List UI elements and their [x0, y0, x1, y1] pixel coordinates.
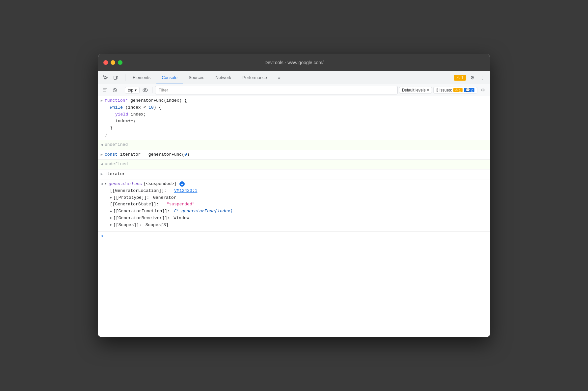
console-entry-undefined-1: ◀ undefined: [98, 140, 490, 150]
console-entry-function-def: ▶ function* generatorFunc(index) { while…: [98, 96, 490, 140]
default-levels-button[interactable]: Default levels ▾: [399, 87, 432, 93]
warn-badge: ⚠ 1: [453, 88, 463, 92]
console-settings-icon[interactable]: ⚙: [479, 86, 487, 94]
output-arrow-2: ◀: [99, 162, 104, 168]
svg-line-0: [106, 78, 107, 79]
expand-toggle-3[interactable]: ▶: [99, 152, 104, 158]
entry-content-3: const iterator = generatorFunc(0): [105, 151, 487, 158]
generator-func-expand[interactable]: ▶: [110, 209, 112, 214]
input-prompt: >: [101, 233, 103, 240]
svg-line-7: [114, 89, 116, 91]
devtools-window: DevTools - www.google.com/ Elements Con: [98, 54, 490, 337]
clear-console-icon[interactable]: [101, 86, 109, 94]
clear-filter-icon[interactable]: [111, 86, 119, 94]
filter-input[interactable]: [155, 86, 398, 94]
maximize-button[interactable]: [118, 60, 122, 65]
context-selector[interactable]: top ▾: [125, 87, 140, 93]
svg-rect-5: [103, 91, 106, 91]
svg-rect-3: [103, 89, 107, 89]
device-toolbar-icon[interactable]: [111, 73, 120, 82]
svg-point-8: [143, 89, 147, 92]
entry-content-6: ▼ generatorFunc {<suspended>} i [[Genera…: [105, 181, 487, 229]
console-entry-iterator: ▶ iterator: [98, 169, 490, 179]
issues-badge[interactable]: ⚠ 1: [454, 75, 466, 81]
svg-rect-2: [117, 77, 118, 79]
toolbar-divider-1: [122, 87, 122, 93]
tab-bar: Elements Console Sources Network Perform…: [98, 71, 490, 84]
tab-divider: [125, 74, 125, 81]
tab-sources[interactable]: Sources: [183, 71, 210, 84]
issues-count-bar[interactable]: 3 Issues: ⚠ 1 💬 2: [433, 87, 477, 93]
console-content: ▶ function* generatorFunc(index) { while…: [98, 96, 490, 337]
prototype-expand[interactable]: ▶: [110, 195, 112, 200]
svg-point-9: [144, 89, 146, 91]
entry-content-1: function* generatorFunc(index) { while (…: [105, 97, 487, 139]
info-badge-bar: 💬 2: [464, 88, 474, 92]
expand-toggle-5[interactable]: ▶: [99, 171, 104, 177]
tab-bar-right: ⚠ 1 ⚙ ⋮: [454, 73, 487, 82]
generator-receiver-expand[interactable]: ▶: [110, 216, 112, 221]
window-title: DevTools - www.google.com/: [264, 60, 324, 65]
entry-content-2: undefined: [105, 142, 487, 148]
output-arrow-1: ◀: [99, 142, 104, 148]
tab-console[interactable]: Console: [156, 71, 183, 84]
entry-content-5: iterator: [105, 171, 487, 178]
console-entry-generator-obj: ◀ ▼ generatorFunc {<suspended>} i [[Gene…: [98, 179, 490, 232]
toolbar-divider-2: [152, 87, 152, 93]
console-input-line: >: [98, 232, 490, 241]
close-button[interactable]: [103, 60, 108, 65]
more-options-icon[interactable]: ⋮: [478, 73, 487, 82]
generator-location-link[interactable]: VM12423:1: [174, 188, 197, 193]
output-arrow-6: ◀: [99, 181, 104, 187]
entry-content-4: undefined: [105, 161, 487, 168]
tab-performance[interactable]: Performance: [237, 71, 272, 84]
console-toolbar: top ▾ Default levels ▾ 3 Issues: ⚠ 1 💬 2…: [98, 84, 490, 96]
console-input[interactable]: [107, 234, 487, 239]
live-expressions-icon[interactable]: [141, 86, 149, 94]
minimize-button[interactable]: [111, 60, 115, 65]
svg-rect-4: [103, 90, 106, 90]
tab-bar-icons: [101, 73, 120, 82]
traffic-lights: [103, 60, 122, 65]
scopes-expand[interactable]: ▶: [110, 222, 112, 228]
settings-icon[interactable]: ⚙: [468, 73, 477, 82]
inspect-element-icon[interactable]: [101, 73, 110, 82]
collapse-arrow[interactable]: ▼: [105, 181, 107, 187]
expand-toggle-1[interactable]: ▶: [99, 98, 104, 104]
tab-network[interactable]: Network: [210, 71, 237, 84]
tab-more[interactable]: »: [273, 71, 286, 84]
tab-elements[interactable]: Elements: [127, 71, 156, 84]
svg-rect-1: [114, 76, 117, 79]
console-entry-undefined-2: ◀ undefined: [98, 160, 490, 169]
title-bar: DevTools - www.google.com/: [98, 54, 490, 71]
info-badge-obj[interactable]: i: [179, 181, 185, 187]
console-entry-const-iterator: ▶ const iterator = generatorFunc(0): [98, 150, 490, 160]
